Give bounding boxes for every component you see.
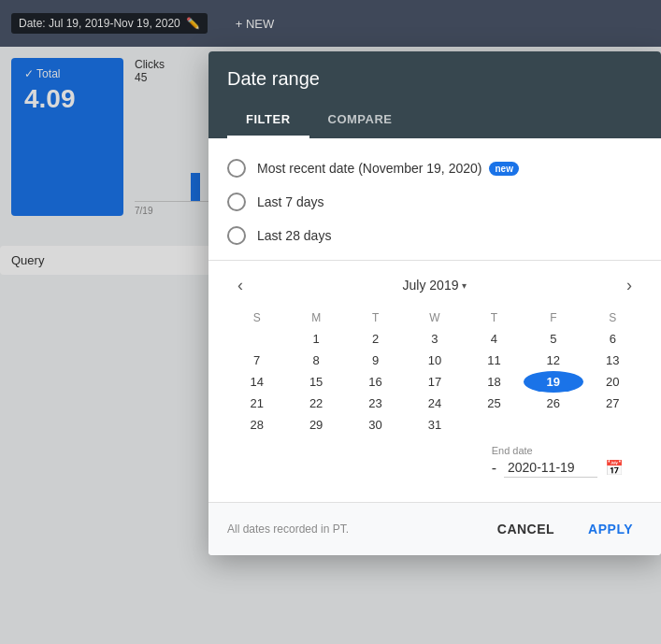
calendar-day[interactable]: 3 <box>405 328 464 350</box>
calendar-day[interactable]: 28 <box>227 414 286 436</box>
footer-note: All dates recorded in PT. <box>227 522 349 536</box>
calendar-day[interactable]: 26 <box>524 393 582 414</box>
calendar-day[interactable]: 12 <box>524 350 582 371</box>
calendar-day[interactable]: 18 <box>465 371 524 393</box>
tab-compare[interactable]: COMPARE <box>309 103 411 138</box>
date-range-modal: Date range FILTER COMPARE Most recent da… <box>208 51 661 555</box>
calendar-day[interactable]: 1 <box>286 328 345 350</box>
modal-header: Date range FILTER COMPARE <box>208 51 661 138</box>
calendar-day[interactable]: 17 <box>405 371 464 393</box>
end-date-section: End date - 📅 <box>227 436 642 491</box>
calendar-day[interactable]: 19 <box>524 371 582 393</box>
modal-body: Most recent date (November 19, 2020) new… <box>208 138 661 502</box>
new-badge: new <box>489 162 518 176</box>
day-header-mon: M <box>286 308 345 328</box>
end-date-input[interactable] <box>504 458 597 478</box>
radio-label-last7: Last 7 days <box>257 194 324 209</box>
calendar-day[interactable]: 20 <box>583 371 642 393</box>
calendar-day <box>465 414 524 436</box>
calendar-day[interactable]: 29 <box>286 414 345 436</box>
apply-button[interactable]: APPLY <box>579 516 642 542</box>
calendar-day[interactable]: 23 <box>346 393 405 414</box>
day-header-sat: S <box>583 308 642 328</box>
cancel-button[interactable]: CANCEL <box>488 516 564 542</box>
calendar-day[interactable]: 11 <box>465 350 524 371</box>
radio-label-most-recent: Most recent date (November 19, 2020) new <box>257 161 519 176</box>
calendar-day[interactable]: 22 <box>286 393 345 414</box>
calendar-week-row: 14151617181920 <box>227 371 642 393</box>
calendar-body: 1234567891011121314151617181920212223242… <box>227 328 642 436</box>
month-year-label[interactable]: July 2019 ▾ <box>403 278 467 293</box>
calendar-day[interactable]: 27 <box>583 393 642 414</box>
calendar-day[interactable]: 9 <box>346 350 405 371</box>
calendar-section: ‹ July 2019 ▾ › S M T W T F S <box>208 261 661 502</box>
radio-options: Most recent date (November 19, 2020) new… <box>208 138 661 261</box>
radio-label-last28: Last 28 days <box>257 228 331 243</box>
next-month-button[interactable]: › <box>616 272 642 298</box>
calendar-day[interactable]: 31 <box>405 414 464 436</box>
calendar-day[interactable]: 13 <box>583 350 642 371</box>
calendar-day[interactable]: 5 <box>524 328 582 350</box>
end-date-field: End date - 📅 <box>492 445 624 478</box>
day-header-sun: S <box>227 308 286 328</box>
calendar-week-row: 21222324252627 <box>227 393 642 414</box>
calendar-day <box>524 414 582 436</box>
calendar-day[interactable]: 24 <box>405 393 464 414</box>
calendar-day[interactable]: 14 <box>227 371 286 393</box>
tab-filter[interactable]: FILTER <box>227 103 309 138</box>
calendar-day[interactable]: 21 <box>227 393 286 414</box>
end-date-label: End date <box>492 445 624 456</box>
calendar-day[interactable]: 10 <box>405 350 464 371</box>
day-header-fri: F <box>524 308 582 328</box>
end-date-dash: - <box>492 460 496 477</box>
calendar-day[interactable]: 4 <box>465 328 524 350</box>
calendar-day[interactable]: 8 <box>286 350 345 371</box>
calendar-week-row: 28293031 <box>227 414 642 436</box>
modal-footer: All dates recorded in PT. CANCEL APPLY <box>208 502 661 555</box>
modal-tabs: FILTER COMPARE <box>227 103 642 138</box>
calendar-day[interactable]: 25 <box>465 393 524 414</box>
calendar-week-row: 123456 <box>227 328 642 350</box>
radio-last28[interactable]: Last 28 days <box>227 219 642 252</box>
day-header-tue: T <box>346 308 405 328</box>
calendar-day[interactable]: 16 <box>346 371 405 393</box>
calendar-day[interactable]: 15 <box>286 371 345 393</box>
calendar-day[interactable]: 6 <box>583 328 642 350</box>
calendar-nav: ‹ July 2019 ▾ › <box>227 272 642 298</box>
calendar-day <box>583 414 642 436</box>
chevron-down-icon: ▾ <box>462 280 467 291</box>
radio-circle-last7 <box>227 193 246 211</box>
day-header-thu: T <box>465 308 524 328</box>
radio-last7[interactable]: Last 7 days <box>227 185 642 219</box>
prev-month-button[interactable]: ‹ <box>227 272 253 298</box>
calendar-day[interactable]: 7 <box>227 350 286 371</box>
radio-most-recent[interactable]: Most recent date (November 19, 2020) new <box>227 151 642 185</box>
calendar-day <box>227 328 286 350</box>
footer-actions: CANCEL APPLY <box>488 516 642 542</box>
day-header-wed: W <box>405 308 464 328</box>
calendar-day[interactable]: 2 <box>346 328 405 350</box>
calendar-day[interactable]: 30 <box>346 414 405 436</box>
calendar-grid: S M T W T F S 12345678910111213141516171… <box>227 308 642 436</box>
modal-title: Date range <box>227 68 642 90</box>
calendar-week-row: 78910111213 <box>227 350 642 371</box>
calendar-header-row: S M T W T F S <box>227 308 642 328</box>
calendar-icon[interactable]: 📅 <box>605 459 624 477</box>
radio-circle-last28 <box>227 226 246 245</box>
radio-circle-most-recent <box>227 159 246 178</box>
